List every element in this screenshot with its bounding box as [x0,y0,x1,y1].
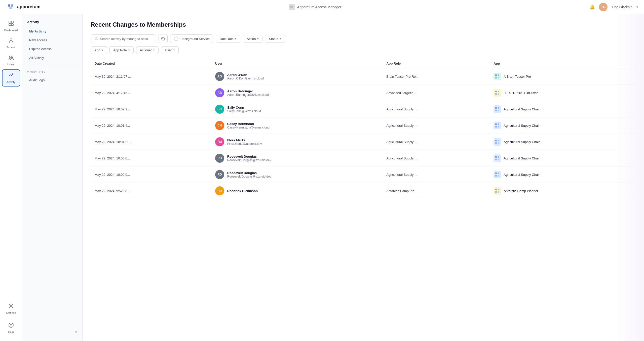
cell-date: May 22, 2024, 10:00:0... [91,166,211,183]
table-row[interactable]: May 30, 2024, 2:11:07 ... AO Aaron O'Kon… [91,68,636,85]
svg-rect-40 [498,173,499,174]
table-row[interactable]: May 22, 2024, 10:01:4... CH Casey Hermis… [91,117,636,134]
sidebar-item-access[interactable]: Access [2,35,20,51]
cell-app-role: Brain Teaser Pro Ro... [382,68,489,85]
logo-text: apporetum [17,4,41,10]
app-filter[interactable]: App ▾ [91,46,107,54]
sidebar-item-dashboard[interactable]: Dashboard [2,18,20,34]
svg-rect-16 [498,74,499,76]
sidebar-menu-expired-access[interactable]: Expired Access [24,45,80,53]
svg-rect-35 [495,156,497,158]
cell-app-role: Antarctic Camp Pla... [382,183,489,199]
svg-rect-39 [495,173,497,174]
table-row[interactable]: May 22, 2024, 10:01:21... FM Flora Marks… [91,134,636,150]
security-label: SECURITY [30,71,46,74]
sidebar-menu-audit-logs[interactable]: Audit Logs [24,76,80,84]
svg-rect-27 [495,123,497,125]
app-role-label: App Role [113,48,127,52]
access-label: Access [7,46,15,49]
svg-point-12 [11,326,11,327]
cell-date: May 22, 2024, 10:01:21... [91,134,211,150]
user-name-main: Sally Conn [227,106,261,109]
svg-rect-41 [495,175,497,177]
user-avatar-sm: SC [215,105,224,114]
table-header: Date Created User App Role App [91,59,636,68]
svg-rect-3 [9,21,11,23]
svg-point-1 [11,4,13,7]
cell-user: RD Roosevelt Douglas Roosevelt.Douglas@a… [211,150,382,166]
svg-rect-45 [495,191,497,193]
svg-rect-24 [498,107,499,109]
due-date-filter[interactable]: Due Date ▾ [216,35,240,43]
svg-rect-6 [11,24,13,26]
table-row[interactable]: May 22, 2024, 4:17:46 ... AB Aaron Bahri… [91,85,636,101]
action-filter[interactable]: Action ▾ [243,35,262,43]
table-row[interactable]: May 22, 2024, 10:00:0... RD Roosevelt Do… [91,150,636,166]
sidebar-menu-new-access[interactable]: New Access [24,36,80,45]
background-service-label: Background Service [180,37,210,41]
svg-rect-46 [498,191,499,193]
cell-app: -TESTUPDATE-nU0xsn [489,85,636,101]
help-icon [8,322,14,329]
user-avatar-sm: RD [215,170,224,179]
svg-point-10 [10,305,12,307]
actioner-label: Actioner [140,48,152,52]
svg-rect-15 [495,74,497,76]
svg-rect-32 [498,140,499,141]
actioner-filter[interactable]: Actioner ▾ [136,46,159,54]
app-role-filter[interactable]: App Role ▾ [109,46,133,54]
svg-line-14 [97,39,98,40]
search-box[interactable] [91,34,156,43]
access-icon [8,38,14,45]
notifications-icon[interactable]: 🔔 [589,4,595,10]
header-center: IMG Apporetum Access Manager [289,4,342,10]
user-avatar-sm: CH [215,121,224,130]
svg-rect-30 [498,126,499,127]
due-date-label: Due Date [220,37,234,41]
sidebar-menu-all-activity[interactable]: All Activity [24,53,80,62]
user-filter[interactable]: User ▾ [161,46,178,54]
user-avatar-sm: AO [215,72,224,81]
sidebar-item-help[interactable]: Help [2,320,20,336]
sidebar-item-users[interactable]: Users [2,52,20,68]
svg-rect-5 [9,24,11,26]
col-app: App [489,59,636,68]
app-name: Agricultural Supply Chain [504,156,540,160]
collapse-sidebar-button[interactable]: « [22,326,82,337]
cell-app: Agricultural Supply Chain [489,117,636,134]
table-row[interactable]: May 22, 2024, 10:00:0... RD Roosevelt Do… [91,166,636,183]
cell-app-role: Advanced Targetin... [382,85,489,101]
svg-point-8 [9,56,11,58]
cell-user: AO Aaron O'Kon Aaron.O'Kon@verms.cloud [211,68,382,85]
filters-row-2: App ▾ App Role ▾ Actioner ▾ User ▾ [91,46,636,54]
users-icon [8,55,14,62]
actioner-chevron: ▾ [153,49,155,52]
cell-app: Agricultural Supply Chain [489,101,636,117]
col-date-created: Date Created [91,59,211,68]
table-row[interactable]: May 22, 2024, 9:52:38... RD Roderick Dic… [91,183,636,199]
table-row[interactable]: May 22, 2024, 10:02:2... SC Sally Conn S… [91,101,636,117]
app-name: Antarctic Camp Planner [504,189,538,193]
cell-app-role: Agricultural Supply ... [382,166,489,183]
cell-date: May 22, 2024, 4:17:46 ... [91,85,211,101]
user-email: Aaron.O'Kon@verms.cloud [227,77,264,80]
user-email: Roosevelt.Douglas@azureid.dev [227,158,271,162]
svg-point-7 [10,39,12,41]
svg-rect-21 [495,93,497,95]
app-icon [494,122,501,129]
status-filter[interactable]: Status ▾ [265,35,285,43]
cell-app-role: Agricultural Supply ... [382,117,489,134]
sidebar-second-title: Activity [22,18,82,27]
user-menu-chevron[interactable]: ▾ [636,5,638,9]
user-avatar[interactable]: TG [599,3,608,11]
sidebar-menu-my-activity[interactable]: My Activity [24,27,80,36]
reset-filters-button[interactable] [159,34,168,43]
search-input[interactable] [100,37,150,41]
app-icon [494,89,501,97]
svg-rect-37 [495,159,497,160]
col-app-role: App Role [382,59,489,68]
sidebar-item-activity[interactable]: Activity [2,69,20,87]
background-service-filter[interactable]: Background Service [170,34,213,43]
cell-user: AB Aaron Bahringer Aaron.Bahringer@skizz… [211,85,382,101]
sidebar-item-settings[interactable]: Settings [2,301,20,317]
